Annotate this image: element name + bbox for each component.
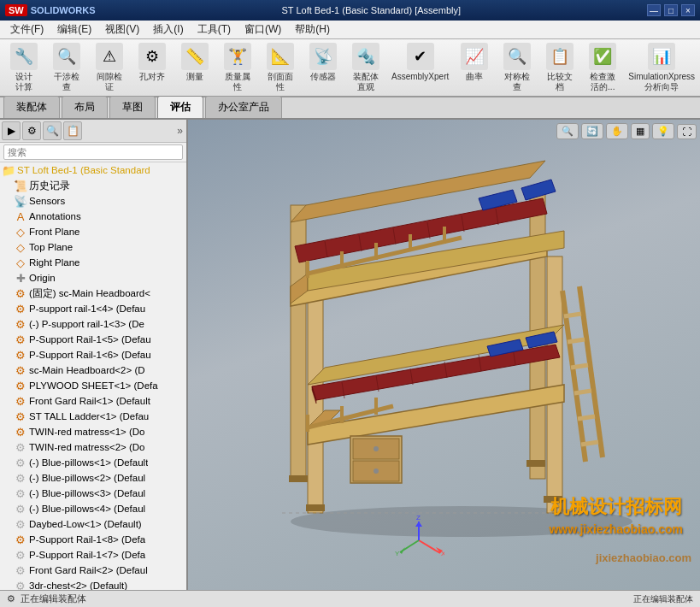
toolbar-icon-4: 📏 [181,43,209,70]
menu-item-W[interactable]: 窗口(W) [238,21,288,38]
close-button[interactable]: × [681,4,695,16]
toolbar-btn-2[interactable]: ⚠间隙检证 [89,41,130,94]
tree-label-5: Top Plane [29,242,73,252]
panel-btn-3[interactable]: 🔍 [43,121,62,140]
status-right: 正在编辑装配体 [633,593,693,605]
tree-label-1: 历史记录 [29,180,70,192]
tree-item-10[interactable]: ⚙(-) P-support rail-1<3> (De [0,316,186,332]
tree-icon-17: ⚙ [14,425,27,439]
toolbar-label-5: 质量属性 [225,72,250,92]
tree-item-0[interactable]: 📁ST Loft Bed-1 (Basic Standard [0,162,186,178]
tree-item-27[interactable]: ⚙3dr-chest<2> (Default) [0,578,186,590]
tree-label-9: P-support rail-1<4> (Defau [29,304,145,314]
tab-1[interactable]: 布局 [62,96,108,118]
toolbar-label-1: 干涉检查 [54,72,79,92]
tree-icon-2: 📡 [14,194,27,208]
watermark-line3: jixiezhaobiao.com [596,551,691,564]
tree-item-4[interactable]: ◇Front Plane [0,224,186,239]
toolbar-icon-5: 🏋 [224,43,251,70]
toolbar-btn-13[interactable]: ✅检查激活的... [582,41,623,94]
tree-item-12[interactable]: ⚙P-Support Rail-1<6> (Defau [0,347,186,362]
maximize-button[interactable]: □ [664,4,678,16]
tree-item-7[interactable]: ✚Origin [0,270,186,286]
toolbar-btn-12[interactable]: 📋比较文档 [539,41,580,94]
tree-item-26[interactable]: ⚙Front Gard Rail<2> (Defaul [0,563,186,578]
status-icon: ⚙ [7,593,15,604]
tree-item-13[interactable]: ⚙sc-Main Headboard<2> (D [0,362,186,378]
tree-item-25[interactable]: ⚙P-Support Rail-1<7> (Defa [0,547,186,563]
tab-2[interactable]: 草图 [109,96,156,118]
panel-expand[interactable]: » [175,123,185,138]
toolbar-btn-5[interactable]: 🏋质量属性 [217,41,258,94]
menu-item-E[interactable]: 编辑(E) [50,21,98,38]
toolbar-btn-3[interactable]: ⚙孔对齐 [132,41,173,94]
menu-item-H[interactable]: 帮助(H) [288,21,337,38]
3d-viewport[interactable]: 🔍 🔄 ✋ ▦ 💡 ⛶ [188,120,700,590]
tree-label-14: PLYWOOD SHEET<1> (Defa [29,380,158,391]
tree-icon-15: ⚙ [14,394,27,408]
tree-label-18: TWIN-red matress<2> (Do [29,442,144,452]
tree-icon-19: ⚙ [14,456,27,469]
menu-item-V[interactable]: 视图(V) [98,21,146,38]
window-title: ST Loft Bed-1 (Basic Standard) [Assembly… [96,5,647,15]
tree-item-17[interactable]: ⚙TWIN-red matress<1> (Do [0,424,186,439]
tab-0[interactable]: 装配体 [3,96,60,118]
tree-icon-6: ◇ [14,256,27,269]
tree-search-input[interactable] [3,144,183,160]
tree-item-6[interactable]: ◇Right Plane [0,255,186,270]
tree-icon-13: ⚙ [14,363,27,377]
toolbar-btn-8[interactable]: 🔩装配体直观 [345,41,386,94]
watermark: 机械设计招标网 www.jixiezhaobiao.com [549,492,683,539]
toolbar-btn-0[interactable]: 🔧设计计算 [3,41,44,94]
panel-btn-4[interactable]: 📋 [63,121,82,140]
tree-item-22[interactable]: ⚙(-) Blue-pillows<4> (Defaul [0,501,186,516]
toolbar-btn-6[interactable]: 📐剖面面性 [260,41,301,94]
svg-rect-55 [289,475,308,482]
sw-logo: SW [5,4,27,16]
tree-label-17: TWIN-red matress<1> (Do [29,427,144,437]
tree-item-5[interactable]: ◇Top Plane [0,239,186,255]
tree-icon-14: ⚙ [14,379,27,392]
tree-item-19[interactable]: ⚙(-) Blue-pillows<1> (Default [0,455,186,470]
toolbar-btn-4[interactable]: 📏测量 [174,41,215,94]
minimize-button[interactable]: — [647,4,661,16]
menu-item-T[interactable]: 工具(T) [191,21,238,38]
panel-btn-1[interactable]: ▶ [2,121,21,140]
tree-item-23[interactable]: ⚙Daybed-Low<1> (Default) [0,516,186,532]
tab-4[interactable]: 办公室产品 [205,96,282,118]
toolbar-btn-7[interactable]: 📡传感器 [303,41,344,94]
tree-item-14[interactable]: ⚙PLYWOOD SHEET<1> (Defa [0,378,186,393]
toolbar-btn-10[interactable]: 📈曲率 [454,41,495,94]
tree-item-8[interactable]: ⚙(固定) sc-Main Headboard< [0,286,186,301]
toolbar-btn-1[interactable]: 🔍干涉检查 [46,41,87,94]
tree-item-18[interactable]: ⚙TWIN-red matress<2> (Do [0,439,186,455]
toolbar-icon-9: ✔ [407,43,434,70]
toolbar-label-6: 剖面面性 [268,72,293,92]
panel-btn-2[interactable]: ⚙ [22,121,41,140]
watermark-line1: 机械设计招标网 [549,492,683,521]
toolbar-btn-14[interactable]: 📊SimulationXpress分析向导 [625,41,698,94]
tree-item-20[interactable]: ⚙(-) Blue-pillows<2> (Defaul [0,470,186,486]
tab-3[interactable]: 评估 [157,96,203,118]
tree-item-2[interactable]: 📡Sensors [0,193,186,209]
tree-item-9[interactable]: ⚙P-support rail-1<4> (Defau [0,301,186,316]
tree-label-4: Front Plane [29,227,79,237]
toolbar-label-13: 检查激活的... [590,72,615,92]
tree-item-24[interactable]: ⚙P-Support Rail-1<8> (Defa [0,532,186,547]
tree-icon-23: ⚙ [14,517,27,531]
svg-point-52 [374,446,379,451]
tree-item-15[interactable]: ⚙Front Gard Rail<1> (Default [0,393,186,409]
tree-item-1[interactable]: 📜历史记录 [0,178,186,193]
tree-item-3[interactable]: AAnnotations [0,209,186,224]
toolbar-btn-9[interactable]: ✔AssemblyXpert [388,41,452,94]
toolbar-icon-3: ⚙ [138,43,166,70]
toolbar-btn-11[interactable]: 🔍对称检查 [497,41,538,94]
svg-text:X: X [441,550,444,557]
tree-item-11[interactable]: ⚙P-Support Rail-1<5> (Defau [0,332,186,347]
tree-item-16[interactable]: ⚙ST TALL Ladder<1> (Defau [0,409,186,424]
tree-item-21[interactable]: ⚙(-) Blue-pillows<3> (Defaul [0,486,186,501]
coordinate-triad: X Y Z [393,515,444,569]
tree-label-23: Daybed-Low<1> (Default) [29,519,142,529]
menu-item-F[interactable]: 文件(F) [3,21,50,38]
menu-item-I[interactable]: 插入(I) [146,21,190,38]
